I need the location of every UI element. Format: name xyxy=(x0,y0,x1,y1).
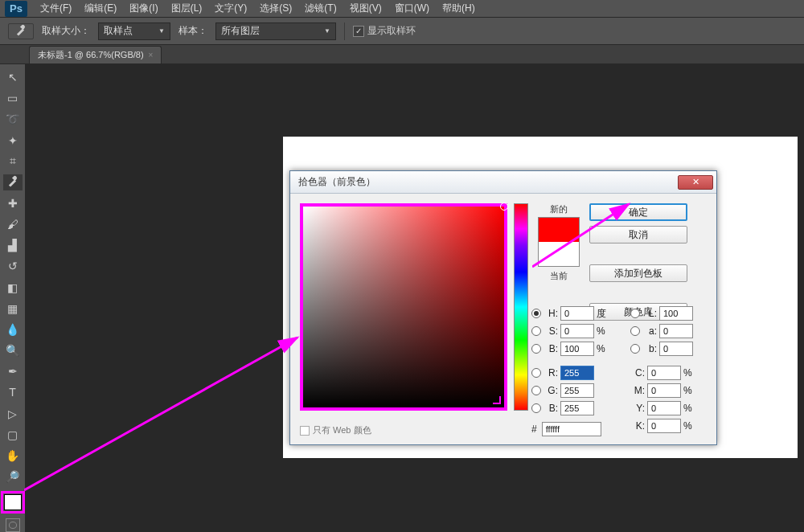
hex-label: # xyxy=(531,424,537,435)
label-b: B: xyxy=(544,343,558,354)
blur-tool-icon[interactable]: 💧 xyxy=(3,321,23,338)
menu-window[interactable]: 窗口(W) xyxy=(388,2,436,15)
cancel-button[interactable]: 取消 xyxy=(589,226,687,243)
unit-y: % xyxy=(683,403,698,414)
menu-type[interactable]: 文字(Y) xyxy=(208,2,253,15)
color-field-cursor[interactable] xyxy=(500,203,508,211)
app-logo: Ps xyxy=(5,1,27,17)
show-sample-ring-checkbox[interactable] xyxy=(353,26,364,37)
input-lab-b[interactable]: 0 xyxy=(659,342,693,356)
menu-edit[interactable]: 编辑(E) xyxy=(78,2,123,15)
new-color-label: 新的 xyxy=(535,203,583,215)
label-s: S: xyxy=(544,325,558,337)
radio-a[interactable] xyxy=(630,326,640,336)
ok-button[interactable]: 确定 xyxy=(589,203,687,221)
active-tool-eyedropper-icon[interactable] xyxy=(8,23,34,39)
shape-tool-icon[interactable]: ▢ xyxy=(3,427,23,443)
radio-lab-b[interactable] xyxy=(630,344,640,354)
radio-s[interactable] xyxy=(531,326,541,336)
unit-c: % xyxy=(683,367,698,379)
zoom-tool-icon[interactable]: 🔎 xyxy=(3,469,23,485)
radio-l[interactable] xyxy=(630,309,640,318)
input-y[interactable]: 0 xyxy=(647,401,681,415)
chevron-down-icon: ▼ xyxy=(158,27,165,35)
tab-close-icon[interactable]: × xyxy=(149,51,154,59)
eraser-tool-icon[interactable]: ◧ xyxy=(3,280,23,296)
crop-tool-icon[interactable]: ⌗ xyxy=(3,153,23,170)
annotation-corner-icon xyxy=(493,396,501,404)
menu-layer[interactable]: 图层(L) xyxy=(165,2,209,15)
type-tool-icon[interactable]: T xyxy=(3,384,23,400)
radio-g[interactable] xyxy=(531,386,541,395)
toolbox: ↖ ▭ ➰ ✦ ⌗ ✚ 🖌 ▟ ↺ ◧ ▦ 💧 🔍 ✒ T ▷ ▢ ✋ 🔎 xyxy=(0,64,26,532)
menu-filter[interactable]: 滤镜(T) xyxy=(298,2,343,15)
label-rgb-b: B: xyxy=(544,403,558,414)
input-s[interactable]: 0 xyxy=(560,324,594,338)
radio-r[interactable] xyxy=(531,368,541,378)
unit-b: % xyxy=(597,343,611,354)
input-l[interactable]: 100 xyxy=(659,306,693,321)
input-m[interactable]: 0 xyxy=(647,383,681,398)
quickmask-icon[interactable] xyxy=(6,518,20,532)
sample-size-dropdown[interactable]: 取样点 ▼ xyxy=(98,23,170,40)
history-brush-tool-icon[interactable]: ↺ xyxy=(3,258,23,274)
gradient-tool-icon[interactable]: ▦ xyxy=(3,301,23,317)
color-field[interactable] xyxy=(300,203,507,411)
input-a[interactable]: 0 xyxy=(659,324,693,338)
web-colors-checkbox[interactable] xyxy=(300,426,310,436)
sample-size-label: 取样大小： xyxy=(42,24,90,38)
options-bar: 取样大小： 取样点 ▼ 样本： 所有图层 ▼ 显示取样环 xyxy=(0,18,804,45)
marquee-tool-icon[interactable]: ▭ xyxy=(3,90,23,106)
input-c[interactable]: 0 xyxy=(647,366,681,380)
hex-input[interactable]: ffffff xyxy=(542,422,601,436)
stamp-tool-icon[interactable]: ▟ xyxy=(3,237,23,253)
unit-h: 度 xyxy=(597,307,611,321)
chevron-down-icon: ▼ xyxy=(324,27,330,35)
dialog-titlebar[interactable]: 拾色器（前景色） ✕ xyxy=(290,171,716,194)
hex-row: # ffffff xyxy=(531,422,601,436)
menu-image[interactable]: 图像(I) xyxy=(123,2,164,15)
pen-tool-icon[interactable]: ✒ xyxy=(3,363,23,379)
unit-k: % xyxy=(683,420,698,432)
label-m: M: xyxy=(630,385,645,396)
label-y: Y: xyxy=(630,403,645,414)
document-tab[interactable]: 未标题-1 @ 66.7%(RGB/8) × xyxy=(29,46,162,63)
web-colors-label: 只有 Web 颜色 xyxy=(313,424,371,436)
hand-tool-icon[interactable]: ✋ xyxy=(3,448,23,464)
document-tabbar: 未标题-1 @ 66.7%(RGB/8) × xyxy=(0,45,804,64)
menu-view[interactable]: 视图(V) xyxy=(343,2,388,15)
radio-b[interactable] xyxy=(531,344,541,354)
dialog-close-button[interactable]: ✕ xyxy=(678,175,713,190)
sample-source-dropdown[interactable]: 所有图层 ▼ xyxy=(215,23,336,40)
hue-slider[interactable] xyxy=(514,203,528,411)
move-tool-icon[interactable]: ↖ xyxy=(3,69,23,85)
label-lab-b: b: xyxy=(642,343,657,354)
menu-help[interactable]: 帮助(H) xyxy=(436,2,482,15)
color-preview-swatch[interactable] xyxy=(538,217,580,267)
document-tab-title: 未标题-1 @ 66.7%(RGB/8) xyxy=(38,49,144,61)
color-inputs: H:0度 S:0% B:100% R:255 G:255 B:255 L:100… xyxy=(531,306,708,436)
menu-select[interactable]: 选择(S) xyxy=(253,2,298,15)
input-b[interactable]: 100 xyxy=(560,342,594,356)
brush-tool-icon[interactable]: 🖌 xyxy=(3,216,23,232)
radio-h[interactable] xyxy=(531,309,541,318)
add-swatch-button[interactable]: 添加到色板 xyxy=(589,264,687,282)
input-k[interactable]: 0 xyxy=(647,419,681,433)
foreground-color-swatch[interactable] xyxy=(4,494,22,510)
eyedropper-tool-icon[interactable] xyxy=(3,174,23,190)
web-colors-row: 只有 Web 颜色 xyxy=(300,424,371,436)
wand-tool-icon[interactable]: ✦ xyxy=(3,132,23,148)
label-a: a: xyxy=(642,325,657,337)
input-g[interactable]: 255 xyxy=(560,383,594,398)
show-sample-ring-label: 显示取样环 xyxy=(367,24,416,38)
input-r[interactable]: 255 xyxy=(560,366,594,380)
label-l: L: xyxy=(642,308,657,319)
radio-b2[interactable] xyxy=(531,403,541,413)
menu-file[interactable]: 文件(F) xyxy=(34,2,78,15)
path-tool-icon[interactable]: ▷ xyxy=(3,406,23,422)
healing-tool-icon[interactable]: ✚ xyxy=(3,195,23,211)
input-h[interactable]: 0 xyxy=(560,306,594,321)
dodge-tool-icon[interactable]: 🔍 xyxy=(3,342,23,358)
lasso-tool-icon[interactable]: ➰ xyxy=(3,111,23,127)
input-rgb-b[interactable]: 255 xyxy=(560,401,594,415)
